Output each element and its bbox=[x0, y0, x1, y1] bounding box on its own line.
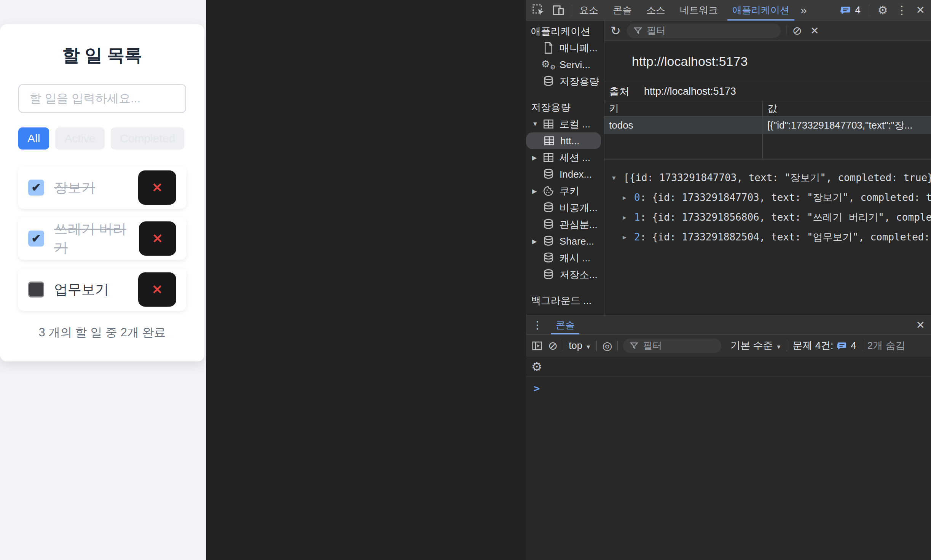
table-icon bbox=[543, 136, 556, 146]
todo-checkbox[interactable] bbox=[28, 282, 44, 298]
chevron-right-icon[interactable]: ▶ bbox=[623, 214, 634, 221]
column-header-value[interactable]: 값 bbox=[763, 101, 931, 116]
console-settings-row: ⚙ bbox=[526, 356, 931, 377]
console-filter-input[interactable]: 필터 bbox=[623, 339, 721, 353]
log-levels-selector[interactable]: 기본 수준▼ bbox=[730, 339, 781, 352]
chevron-right-icon[interactable]: ▶ bbox=[532, 238, 542, 245]
origin-detail-row: 출처 http://localhost:5173 bbox=[604, 82, 931, 101]
delete-todo-button[interactable]: ✕ bbox=[139, 221, 176, 256]
storage-filter-input[interactable]: 필터 bbox=[627, 24, 781, 38]
sidebar-item-storage-buckets[interactable]: 저장소... bbox=[526, 266, 601, 283]
cookie-icon bbox=[542, 186, 555, 196]
issues-bubble-icon bbox=[837, 342, 847, 350]
todo-text: 장보기 bbox=[54, 178, 95, 197]
todo-filters: All Active Completed bbox=[18, 127, 186, 150]
chevron-right-icon[interactable]: ▶ bbox=[623, 194, 634, 201]
clear-console-icon[interactable]: ⊘ bbox=[548, 339, 558, 352]
hidden-messages-label[interactable]: 2개 숨김 bbox=[867, 339, 905, 352]
origin-title[interactable]: http://localhost:5173 bbox=[604, 41, 931, 82]
prompt-chevron-icon: > bbox=[534, 382, 540, 394]
database-icon bbox=[542, 252, 555, 264]
chevron-down-icon[interactable]: ▼ bbox=[532, 121, 542, 127]
tab-console[interactable]: 콘솔 bbox=[606, 0, 639, 21]
storage-table-header: 키 값 bbox=[604, 101, 931, 116]
chevron-right-icon[interactable]: ▶ bbox=[623, 234, 634, 241]
column-header-key[interactable]: 키 bbox=[604, 101, 763, 116]
sidebar-item-cookies[interactable]: ▶ 쿠키 bbox=[526, 183, 601, 199]
toggle-console-sidebar-icon[interactable] bbox=[531, 340, 543, 352]
database-icon bbox=[542, 235, 555, 247]
tab-network[interactable]: 네트워크 bbox=[673, 0, 725, 21]
refresh-icon[interactable]: ↻ bbox=[611, 24, 621, 38]
storage-table-empty bbox=[604, 134, 931, 159]
todo-item: 업무보기 ✕ bbox=[18, 268, 186, 311]
storage-row-todos[interactable]: todos [{"id":1733291847703,"text":"장... bbox=[604, 116, 931, 134]
delete-todo-button[interactable]: ✕ bbox=[138, 272, 176, 307]
chevron-right-icon[interactable]: ▶ bbox=[532, 188, 542, 195]
chevron-right-icon[interactable]: ▶ bbox=[532, 154, 542, 161]
delete-todo-button[interactable]: ✕ bbox=[138, 170, 176, 205]
sidebar-item-local-storage[interactable]: ▼ 로컬 ... bbox=[526, 116, 601, 132]
sidebar-item-localstorage-origin[interactable]: htt... bbox=[526, 132, 601, 149]
issues-bubble-icon bbox=[840, 6, 851, 15]
close-drawer-icon[interactable]: ✕ bbox=[916, 319, 925, 331]
filter-all-button[interactable]: All bbox=[18, 127, 49, 150]
funnel-icon bbox=[634, 27, 642, 35]
sidebar-item-service-workers[interactable]: ⚙⚙ Servi... bbox=[526, 56, 601, 73]
todo-checkbox[interactable]: ✔ bbox=[28, 180, 44, 196]
sidebar-item-interest-groups[interactable]: 관심분... bbox=[526, 216, 601, 233]
preview-item[interactable]: ▶ 0 : {id: 1733291847703, text: "장보기", c… bbox=[612, 188, 927, 207]
close-icon: ✕ bbox=[152, 283, 163, 296]
sidebar-item-private-state-tokens[interactable]: 비공개... bbox=[526, 199, 601, 216]
console-prompt[interactable]: > bbox=[526, 377, 931, 394]
clear-storage-icon[interactable]: ⊘ bbox=[792, 24, 802, 37]
divider bbox=[869, 5, 869, 16]
delete-selected-icon[interactable]: ✕ bbox=[810, 25, 819, 37]
console-settings-gear-icon[interactable]: ⚙ bbox=[531, 360, 542, 374]
sidebar-item-indexeddb[interactable]: Index... bbox=[526, 166, 601, 183]
inspect-element-icon[interactable] bbox=[532, 4, 545, 17]
todo-text: 쓰레기 버리기 bbox=[54, 220, 139, 257]
todo-app-page: 할 일 목록 All Active Completed ✔ 장보기 ✕ ✔ 쓰레… bbox=[0, 0, 206, 560]
console-drawer: ⋮ 콘솔 ✕ ⊘ top▼ ◎ 필터 기본 수준▼ bbox=[526, 315, 931, 560]
application-sidebar: 애플리케이션 매니페... ⚙⚙ Servi... 저장용량 저장용량 ▼ 로컬… bbox=[526, 21, 604, 315]
sidebar-item-shared-storage[interactable]: ▶ Share... bbox=[526, 233, 601, 250]
table-icon bbox=[542, 153, 555, 162]
database-icon bbox=[542, 76, 555, 87]
sidebar-section-background: 백그라운드 ... bbox=[526, 292, 604, 309]
database-icon bbox=[542, 219, 555, 230]
sidebar-section-storage: 저장용량 bbox=[526, 99, 604, 116]
preview-item[interactable]: ▶ 1 : {id: 1733291856806, text: "쓰레기 버리기… bbox=[612, 207, 927, 227]
sidebar-item-session-storage[interactable]: ▶ 세션 ... bbox=[526, 149, 601, 166]
sidebar-item-cache-storage[interactable]: 캐시 ... bbox=[526, 250, 601, 266]
tab-sources[interactable]: 소스 bbox=[639, 0, 673, 21]
context-selector[interactable]: top▼ bbox=[569, 340, 591, 352]
kebab-menu-icon[interactable]: ⋮ bbox=[532, 319, 543, 331]
divider bbox=[787, 340, 787, 351]
preview-item[interactable]: ▶ 2 : {id: 1733291882504, text: "업무보기", … bbox=[612, 227, 927, 247]
filter-active-button[interactable]: Active bbox=[55, 127, 105, 150]
close-devtools-icon[interactable]: ✕ bbox=[916, 4, 925, 16]
device-toolbar-icon[interactable] bbox=[552, 4, 565, 17]
filter-completed-button[interactable]: Completed bbox=[111, 127, 184, 150]
sidebar-item-manifest[interactable]: 매니페... bbox=[526, 40, 601, 56]
chevron-down-icon: ▼ bbox=[776, 344, 782, 350]
console-tab[interactable]: 콘솔 bbox=[551, 315, 579, 334]
issues-counter[interactable]: 4 bbox=[840, 4, 860, 16]
todo-list: ✔ 장보기 ✕ ✔ 쓰레기 버리기 ✕ 업무보기 ✕ bbox=[18, 166, 186, 311]
settings-gear-icon[interactable]: ⚙ bbox=[878, 3, 888, 17]
preview-root[interactable]: ▼ [{id: 1733291847703, text: "장보기", comp… bbox=[612, 168, 927, 188]
storage-main-panel: ↻ 필터 ⊘ ✕ http://localhost:5173 출처 http:/… bbox=[604, 21, 931, 315]
chevron-down-icon[interactable]: ▼ bbox=[612, 174, 623, 181]
live-expression-icon[interactable]: ◎ bbox=[602, 339, 612, 352]
kebab-menu-icon[interactable]: ⋮ bbox=[896, 3, 908, 17]
console-header: ⋮ 콘솔 ✕ bbox=[526, 315, 931, 334]
tab-application[interactable]: 애플리케이션 bbox=[725, 0, 797, 21]
more-tabs-icon[interactable]: » bbox=[797, 4, 811, 17]
divider bbox=[563, 340, 563, 351]
new-todo-input[interactable] bbox=[18, 84, 186, 113]
sidebar-item-storage[interactable]: 저장용량 bbox=[526, 73, 601, 90]
todo-checkbox[interactable]: ✔ bbox=[28, 231, 44, 247]
tab-elements[interactable]: 요소 bbox=[572, 0, 606, 21]
console-issues[interactable]: 문제 4건: 4 bbox=[792, 339, 856, 352]
